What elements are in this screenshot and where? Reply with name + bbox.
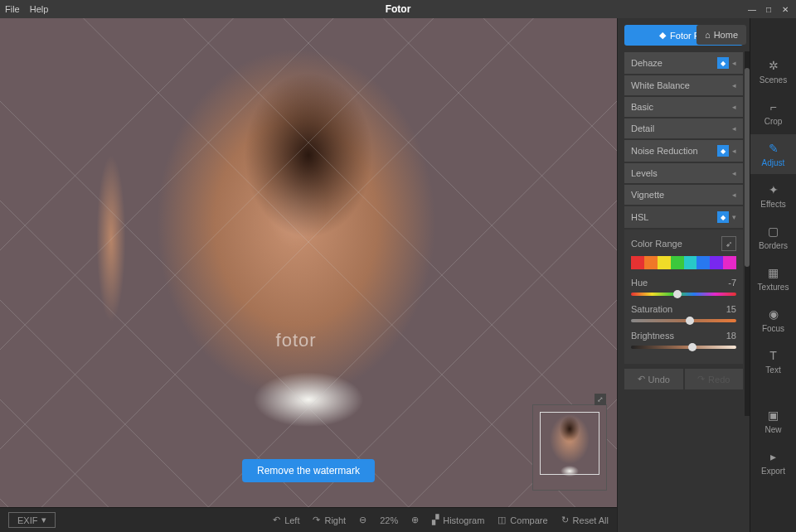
remove-watermark-button[interactable]: Remove the watermark (242, 459, 375, 482)
pro-badge-icon: ◆ (717, 211, 729, 223)
menu-help[interactable]: Help (30, 4, 49, 14)
hue-slider-thumb[interactable] (673, 290, 682, 298)
chevron-left-icon: ◂ (732, 147, 736, 155)
rail-label: Crop (764, 117, 783, 126)
zoom-in-button[interactable]: ⊕ (411, 515, 419, 525)
new-icon: ▣ (766, 408, 781, 423)
brightness-value: 18 (726, 331, 736, 341)
photo-content (0, 18, 617, 507)
rail-text[interactable]: TText (750, 341, 797, 381)
exif-button[interactable]: EXIF▾ (8, 512, 56, 528)
hue-slider-group: Hue-7 (631, 278, 736, 296)
zoom-out-icon: ⊖ (359, 515, 366, 525)
zoom-out-button[interactable]: ⊖ (359, 515, 366, 525)
color-swatch[interactable] (658, 256, 671, 269)
accordion-vignette[interactable]: Vignette◂ (624, 185, 743, 205)
saturation-slider-thumb[interactable] (686, 317, 694, 325)
rotate-left-button[interactable]: ↶Left (273, 515, 299, 525)
undo-button[interactable]: ↶Undo (624, 369, 683, 389)
adjust-icon: ✎ (766, 141, 781, 156)
minimize-button[interactable]: — (745, 3, 760, 15)
brightness-slider[interactable] (631, 346, 736, 349)
redo-icon: ↷ (697, 374, 705, 384)
undo-icon: ↶ (638, 374, 645, 384)
accordion-basic[interactable]: Basic◂ (624, 97, 743, 117)
hue-value: -7 (728, 278, 736, 288)
adjust-panel: ◆Fotor Pro Dehaze◆◂White Balance◂Basic◂D… (617, 18, 750, 532)
rail-textures[interactable]: ▦Textures (750, 259, 797, 298)
rail-label: Export (761, 467, 785, 476)
accordion-white-balance[interactable]: White Balance◂ (624, 75, 743, 95)
accordion-detail[interactable]: Detail◂ (624, 118, 743, 138)
brightness-slider-thumb[interactable] (688, 343, 696, 351)
redo-button[interactable]: ↷Redo (685, 369, 744, 389)
reset-all-button[interactable]: ↻Reset All (561, 515, 609, 525)
pro-badge-icon: ◆ (717, 57, 729, 69)
chevron-left-icon: ◂ (732, 191, 736, 199)
rail-borders[interactable]: ▢Borders (750, 217, 797, 257)
navigator-panel[interactable]: ⤢ (532, 404, 607, 491)
canvas-area: fotor Remove the watermark ⤢ EXIF▾ ↶Left… (0, 18, 617, 532)
rail-focus[interactable]: ◉Focus (750, 300, 797, 340)
rotate-left-icon: ↶ (273, 515, 280, 525)
rail-label: Effects (760, 200, 785, 209)
accordion-hsl[interactable]: HSL◆▾ (624, 206, 743, 228)
histogram-icon: ▞ (432, 515, 439, 525)
histogram-button[interactable]: ▞Histogram (432, 515, 484, 525)
home-button[interactable]: ⌂Home (696, 25, 746, 45)
diamond-icon: ◆ (659, 30, 666, 41)
hsl-panel: Color Range ➶ Hue-7Saturation15Brightnes… (624, 230, 743, 364)
watermark: fotor (276, 330, 317, 351)
panel-scrollbar[interactable] (745, 51, 750, 416)
compare-button[interactable]: ◫Compare (498, 515, 547, 525)
color-swatch[interactable] (644, 256, 658, 269)
rail-crop[interactable]: ⌐Crop (750, 93, 797, 133)
color-swatch[interactable] (671, 256, 684, 269)
rail-adjust[interactable]: ✎Adjust (750, 134, 797, 174)
canvas[interactable]: fotor Remove the watermark ⤢ (0, 18, 617, 507)
scrollbar-thumb[interactable] (745, 68, 750, 267)
accordion-noise-reduction[interactable]: Noise Reduction◆◂ (624, 140, 743, 162)
rail-label: Focus (762, 324, 784, 333)
hue-slider[interactable] (631, 293, 736, 296)
navigator-thumbnail (533, 405, 606, 490)
eyedropper-button[interactable]: ➶ (721, 236, 736, 251)
color-swatch[interactable] (684, 256, 697, 269)
scenes-icon: ✲ (766, 58, 781, 73)
navigator-viewport-box[interactable] (540, 412, 599, 475)
focus-icon: ◉ (766, 307, 781, 322)
saturation-slider-group: Saturation15 (631, 304, 736, 322)
rail-label: Text (765, 365, 780, 375)
rail-label: Scenes (760, 75, 787, 85)
color-swatch[interactable] (723, 256, 736, 269)
color-swatch[interactable] (710, 256, 723, 269)
titlebar: File Help Fotor — □ ✕ (0, 0, 796, 18)
pro-badge-icon: ◆ (717, 145, 729, 157)
app-title: Fotor (386, 3, 411, 15)
accordion-dehaze[interactable]: Dehaze◆◂ (624, 52, 743, 74)
rail-effects[interactable]: ✦Effects (750, 176, 797, 215)
brightness-label: Brightness (631, 331, 674, 341)
home-icon: ⌂ (705, 30, 711, 40)
saturation-label: Saturation (631, 304, 672, 314)
chevron-down-icon: ▾ (732, 213, 736, 221)
menu-file[interactable]: File (5, 4, 20, 14)
zoom-in-icon: ⊕ (411, 515, 419, 525)
color-swatch[interactable] (631, 256, 644, 269)
rail-scenes[interactable]: ✲Scenes (750, 51, 797, 91)
rail-export[interactable]: ▸Export (750, 443, 797, 482)
export-icon: ▸ (766, 449, 781, 464)
accordion-levels[interactable]: Levels◂ (624, 163, 743, 183)
rotate-right-button[interactable]: ↷Right (313, 515, 346, 525)
rail-label: Adjust (762, 158, 785, 167)
rail-new[interactable]: ▣New (750, 401, 797, 441)
maximize-button[interactable]: □ (761, 3, 776, 15)
saturation-slider[interactable] (631, 319, 736, 322)
chevron-left-icon: ◂ (732, 81, 736, 89)
close-button[interactable]: ✕ (778, 3, 793, 15)
saturation-value: 15 (726, 304, 736, 314)
color-swatch[interactable] (696, 256, 710, 269)
color-range-strip[interactable] (631, 256, 736, 269)
navigator-expand-icon[interactable]: ⤢ (595, 394, 606, 405)
text-icon: T (766, 348, 781, 363)
